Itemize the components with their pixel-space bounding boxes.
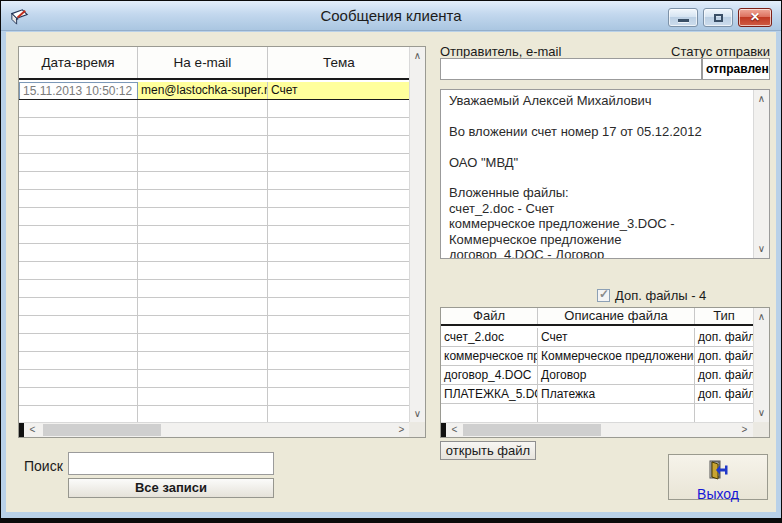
client-area: Дата-время На e-mail Тема 15.11.2013 10:… (6, 32, 776, 512)
scrollbar-corner (409, 422, 425, 437)
scroll-down-icon[interactable]: ∨ (410, 407, 425, 421)
table-row (19, 316, 410, 334)
minimize-button[interactable] (668, 8, 698, 27)
cell-email[interactable]: men@lastochka-super.ru (138, 82, 268, 99)
cell-type[interactable]: доп. файл (695, 347, 753, 366)
status-label: Статус отправки (671, 44, 770, 59)
empty-cell (268, 406, 410, 422)
scroll-left-icon[interactable]: < (25, 423, 40, 437)
attachments-horizontal-scrollbar[interactable]: < > (441, 422, 753, 437)
table-row[interactable]: ПЛАТЕЖКА_5.DO Платежка доп. файл (441, 385, 753, 404)
empty-cell (538, 404, 695, 422)
maximize-button[interactable] (703, 8, 733, 27)
empty-cell (19, 118, 138, 136)
empty-cell (138, 118, 268, 136)
exit-button-label: Выход (669, 486, 767, 502)
table-row (19, 244, 410, 262)
cell-type[interactable]: доп. файл (695, 366, 753, 385)
scroll-down-icon[interactable]: ∨ (754, 406, 769, 420)
empty-cell (268, 262, 410, 280)
scroll-up-icon[interactable]: ∧ (754, 92, 769, 106)
table-row (19, 172, 410, 190)
empty-cell (19, 388, 138, 406)
empty-cell (138, 298, 268, 316)
close-icon: ✕ (739, 10, 771, 24)
scroll-up-icon[interactable]: ∧ (410, 49, 425, 63)
table-row[interactable]: счет_2.doc Счет доп. файл (441, 328, 753, 347)
all-records-button[interactable]: Все записи (68, 478, 274, 498)
sender-status-labels: Отправитель, e-mail Статус отправки (440, 44, 770, 59)
attachments-checkbox[interactable]: ✓ (597, 289, 610, 302)
cell-datetime[interactable]: 15.11.2013 10:50:12 (19, 82, 138, 99)
cell-file[interactable]: ПЛАТЕЖКА_5.DO (441, 385, 538, 404)
table-row (19, 226, 410, 244)
cell-description[interactable]: Договор (538, 366, 695, 385)
empty-cell (19, 208, 138, 226)
search-input[interactable] (68, 452, 274, 475)
empty-cell (19, 370, 138, 388)
scrollbar-thumb[interactable] (463, 424, 601, 436)
scrollbar-thumb[interactable] (43, 424, 161, 436)
table-row[interactable]: коммерческое пре Коммерческое предложени… (441, 347, 753, 366)
empty-cell (138, 316, 268, 334)
empty-cell (138, 388, 268, 406)
column-header-file: Файл (441, 308, 538, 324)
status-value: отправлено (702, 58, 770, 80)
column-header-subject: Тема (268, 47, 410, 78)
empty-cell (268, 136, 410, 154)
empty-cell (441, 404, 538, 422)
scroll-right-icon[interactable]: > (394, 423, 409, 437)
window-controls: ✕ (668, 8, 772, 27)
scrollbar-grip (19, 423, 24, 437)
cell-file[interactable]: коммерческое пре (441, 347, 538, 366)
empty-cell (268, 334, 410, 352)
search-label: Поиск (24, 458, 63, 474)
exit-button[interactable]: Выход (668, 454, 768, 500)
messages-vertical-scrollbar[interactable]: ∧ ∨ (409, 47, 425, 423)
empty-cell (19, 406, 138, 422)
cell-type[interactable]: доп. файл (695, 328, 753, 347)
sender-email-input[interactable] (440, 58, 702, 80)
messages-horizontal-scrollbar[interactable]: < > (19, 422, 410, 437)
empty-cell (268, 172, 410, 190)
table-row (19, 280, 410, 298)
open-file-button[interactable]: открыть файл (440, 441, 536, 460)
cell-description[interactable]: Счет (538, 328, 695, 347)
cell-description[interactable]: Коммерческое предложение (538, 347, 695, 366)
scrollbar-corner (753, 422, 769, 437)
titlebar: Сообщения клиента ✕ (1, 1, 781, 31)
attachments-vertical-scrollbar[interactable]: ∧ ∨ (753, 308, 769, 422)
empty-cell (19, 226, 138, 244)
empty-cell (138, 172, 268, 190)
table-row (19, 406, 410, 422)
cell-file[interactable]: договор_4.DOC (441, 366, 538, 385)
cell-type[interactable]: доп. файл (695, 385, 753, 404)
empty-cell (138, 262, 268, 280)
scroll-right-icon[interactable]: > (737, 423, 752, 437)
attachments-checkbox-row: ✓ Доп. файлы - 4 (597, 288, 706, 303)
table-row (19, 208, 410, 226)
table-row[interactable]: 15.11.2013 10:50:12 men@lastochka-super.… (19, 82, 410, 100)
scroll-left-icon[interactable]: < (447, 423, 462, 437)
empty-cell (268, 208, 410, 226)
message-vertical-scrollbar[interactable]: ∧ ∨ (753, 90, 769, 258)
empty-cell (268, 100, 410, 118)
empty-cell (138, 406, 268, 422)
table-row (441, 404, 753, 422)
message-body[interactable]: Уважаемый Алексей Михайлович Во вложении… (440, 89, 770, 259)
scroll-up-icon[interactable]: ∧ (754, 310, 769, 324)
empty-cell (19, 316, 138, 334)
close-button[interactable]: ✕ (738, 8, 772, 27)
scroll-down-icon[interactable]: ∨ (754, 242, 769, 256)
empty-cell (138, 100, 268, 118)
empty-cell (19, 244, 138, 262)
cell-file[interactable]: счет_2.doc (441, 328, 538, 347)
cell-description[interactable]: Платежка (538, 385, 695, 404)
table-row[interactable]: договор_4.DOC Договор доп. файл (441, 366, 753, 385)
empty-cell (19, 280, 138, 298)
attachments-table-rows: счет_2.doc Счет доп. файл коммерческое п… (441, 328, 753, 422)
empty-cell (19, 190, 138, 208)
empty-cell (19, 352, 138, 370)
messages-table-rows: 15.11.2013 10:50:12 men@lastochka-super.… (19, 82, 410, 422)
cell-subject[interactable]: Счет (268, 82, 410, 99)
